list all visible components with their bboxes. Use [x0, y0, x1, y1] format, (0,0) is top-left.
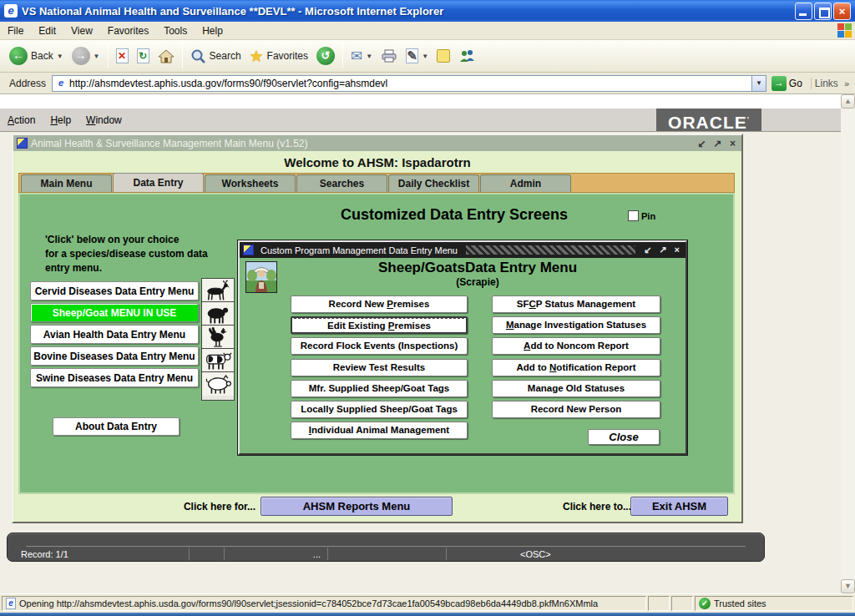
avian-menu-button[interactable]: Avian Health Data Entry Menu	[30, 325, 199, 344]
record-flock-events-button[interactable]: Record Flock Events (Inspections)	[291, 337, 468, 355]
label-text: Record New Person	[531, 404, 622, 414]
sheep-goat-menu-in-use-button[interactable]: Sheep/Goat MENU IN USE	[30, 303, 199, 322]
ahsm-reports-menu-button[interactable]: AHSM Reports Menu	[261, 497, 453, 516]
about-data-entry-button[interactable]: About Data Entry	[53, 417, 180, 436]
record-new-premises-button[interactable]: Record New Premises	[291, 295, 468, 313]
reports-caption: Click here for...	[130, 501, 255, 512]
mail-button[interactable]: ✉ ▼	[347, 45, 377, 68]
tab-main-menu[interactable]: Main Menu	[21, 174, 112, 192]
status-cell	[648, 596, 670, 611]
print-icon	[381, 48, 397, 63]
menu-favorites[interactable]: Favorites	[100, 23, 156, 39]
label-text: ndividual Animal Management	[311, 425, 449, 435]
edit-existing-premises-button[interactable]: Edit Existing Premises	[291, 316, 468, 334]
go-icon: →	[772, 76, 787, 91]
refresh-button[interactable]: ↻	[133, 46, 154, 66]
links-label[interactable]: Links	[811, 78, 842, 89]
vertical-scrollbar[interactable]: ▲ ▼	[841, 94, 855, 593]
edit-dropdown-icon: ▼	[422, 53, 428, 60]
tab-strip: Main Menu Data Entry Worksheets Searches…	[18, 173, 735, 193]
mdi-window-controls[interactable]: ↙ ↗ ×	[697, 138, 738, 149]
back-button[interactable]: ← Back ▼	[5, 44, 68, 68]
forward-dropdown-icon: ▼	[94, 53, 100, 60]
address-dropdown-icon[interactable]: ▼	[751, 76, 766, 91]
console-message-line	[26, 536, 746, 547]
favorites-button[interactable]: ★ Favorites	[245, 44, 312, 68]
forward-button[interactable]: → ▼	[68, 44, 104, 68]
home-button[interactable]	[154, 46, 179, 67]
windows-logo-icon	[837, 23, 852, 38]
back-dropdown-icon: ▼	[57, 53, 63, 60]
scroll-up-button[interactable]: ▲	[841, 94, 855, 109]
exit-ahsm-button[interactable]: Exit AHSM	[630, 497, 728, 516]
menu-help[interactable]: Help	[195, 23, 230, 39]
label-text: Record New	[329, 299, 387, 309]
tab-searches[interactable]: Searches	[296, 174, 387, 192]
tab-admin[interactable]: Admin	[480, 174, 571, 192]
messenger-button[interactable]	[454, 46, 479, 66]
security-zone-cell: ✓ Trusted sites	[695, 596, 853, 611]
pin-label: Pin	[641, 211, 655, 221]
print-button[interactable]	[377, 46, 402, 66]
pig-icon	[202, 372, 234, 396]
label-text: Review Test Results	[333, 362, 425, 372]
label-text: M	[506, 320, 514, 330]
add-to-noncom-report-button[interactable]: Add to Noncom Report	[492, 337, 660, 355]
oracle-logo: ORACLE'	[656, 109, 761, 131]
discuss-button[interactable]	[433, 47, 454, 65]
oracle-menu-window[interactable]: Window	[78, 113, 129, 128]
shepherd-icon	[245, 261, 277, 293]
cow-icon	[202, 349, 234, 372]
exit-caption: Click here to...	[538, 501, 631, 512]
oracle-status-console: Record: 1/1 ... <OSC>	[7, 533, 765, 562]
history-button[interactable]: ↺	[312, 44, 339, 68]
review-test-results-button[interactable]: Review Test Results	[291, 359, 468, 376]
scroll-down-button[interactable]: ▼	[841, 579, 855, 593]
tab-worksheets[interactable]: Worksheets	[205, 174, 296, 192]
individual-animal-management-button[interactable]: Individual Animal Management	[291, 422, 468, 439]
locally-supplied-tags-button[interactable]: Locally Supplied Sheep/Goat Tags	[291, 401, 468, 418]
address-box: e ▼	[52, 75, 766, 92]
sfcp-status-management-button[interactable]: SFCP Status Management	[492, 295, 660, 313]
menu-file[interactable]: File	[0, 23, 31, 39]
window-controls: ×	[795, 3, 851, 20]
pin-checkbox[interactable]	[628, 210, 639, 221]
links-chevron-icon[interactable]: »	[842, 78, 852, 88]
mdi-title-bar: Animal Health & Surveillance Management …	[13, 135, 741, 151]
oracle-menu-help[interactable]: Help	[43, 113, 78, 128]
manage-investigation-statuses-button[interactable]: Manage Investigation Statuses	[492, 316, 660, 334]
dialog-window-controls[interactable]: ↙ ↗ ×	[644, 245, 682, 255]
label-text: A	[8, 114, 14, 126]
manage-old-statuses-button[interactable]: Manage Old Statuses	[492, 380, 660, 397]
stop-button[interactable]: ✕	[112, 46, 133, 66]
console-cell	[328, 548, 447, 560]
search-button[interactable]: Search	[186, 46, 245, 67]
minimize-button[interactable]	[795, 3, 812, 20]
favorites-icon: ★	[250, 47, 264, 66]
bovine-menu-button[interactable]: Bovine Diseases Data Entry Menu	[30, 346, 199, 366]
label-text: anage Investigation Statuses	[514, 320, 647, 330]
close-dialog-button[interactable]: Close	[588, 429, 660, 445]
mail-icon: ✉	[351, 48, 362, 65]
menu-edit[interactable]: Edit	[31, 23, 63, 39]
tab-data-entry[interactable]: Data Entry	[113, 173, 204, 192]
window-bottom-edge	[0, 613, 855, 616]
tab-daily-checklist[interactable]: Daily Checklist	[388, 174, 479, 192]
add-to-notification-report-button[interactable]: Add to Notification Report	[492, 359, 660, 376]
back-label: Back	[31, 50, 53, 62]
mfr-supplied-tags-button[interactable]: Mfr. Supplied Sheep/Goat Tags	[291, 380, 468, 397]
home-icon	[158, 48, 175, 64]
close-button[interactable]: ×	[833, 3, 851, 20]
swine-menu-button[interactable]: Swine Diseases Data Entry Menu	[30, 368, 199, 387]
cervid-menu-button[interactable]: Cervid Diseases Data Entry Menu	[30, 281, 199, 300]
menu-tools[interactable]: Tools	[156, 23, 195, 39]
go-button[interactable]: → Go	[766, 76, 807, 91]
restore-button[interactable]	[814, 3, 832, 20]
discuss-icon	[437, 49, 450, 63]
oracle-menu-action[interactable]: Action	[0, 113, 43, 128]
edit-button[interactable]: ✎ ▼	[402, 46, 433, 66]
address-input[interactable]	[69, 77, 751, 90]
pin-control: Pin	[628, 210, 655, 221]
menu-view[interactable]: View	[63, 23, 100, 39]
record-new-person-button[interactable]: Record New Person	[492, 401, 660, 418]
